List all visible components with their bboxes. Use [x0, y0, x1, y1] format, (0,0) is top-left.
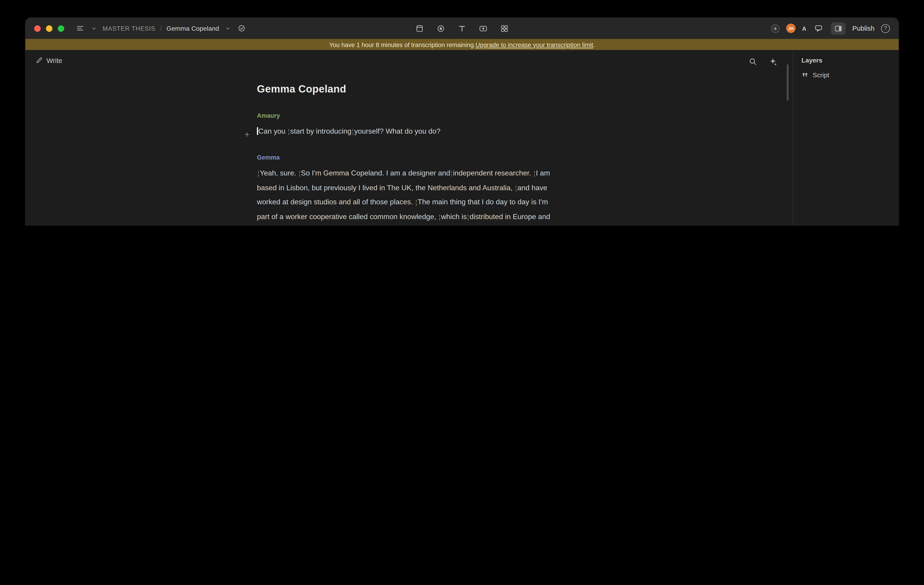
publish-button[interactable]: Publish: [852, 25, 874, 32]
paragraph-text[interactable]: Can you ¦start by introducing¦yourself? …: [257, 124, 561, 139]
user-avatar[interactable]: JH: [786, 24, 795, 33]
invite-button[interactable]: +: [771, 24, 780, 33]
screen-capture-icon[interactable]: [478, 23, 489, 34]
speaker-label[interactable]: Amaury: [257, 112, 561, 119]
toolbar-center: [414, 23, 510, 34]
quote-icon: [802, 71, 808, 78]
zoom-window-button[interactable]: [58, 25, 64, 31]
desktop: MASTER THESIS / Gemma Copeland: [0, 0, 924, 226]
comments-icon[interactable]: [813, 22, 825, 34]
banner-suffix: .: [593, 41, 595, 48]
titlebar: MASTER THESIS / Gemma Copeland: [25, 18, 899, 39]
collaborator-avatar[interactable]: A: [802, 25, 807, 31]
document-body: Amaury+Can you ¦start by introducing¦you…: [257, 112, 561, 226]
add-block-button[interactable]: +: [245, 130, 249, 138]
close-window-button[interactable]: [34, 25, 41, 31]
transcript-paragraph: Gemma¦Yeah, sure. ¦So I'm Gemma Copeland…: [257, 154, 561, 226]
breadcrumb-project[interactable]: MASTER THESIS: [102, 25, 155, 32]
traffic-lights: [34, 25, 64, 31]
document-title: Gemma Copeland: [257, 83, 561, 95]
layer-item-script[interactable]: Script: [802, 71, 890, 78]
banner-text: You have 1 hour 8 minutes of transcripti…: [329, 41, 476, 48]
ai-sparkle-icon[interactable]: [767, 56, 779, 67]
text-caret: [257, 127, 258, 135]
layer-item-label: Script: [813, 71, 829, 78]
search-icon[interactable]: [747, 56, 759, 67]
paragraph-text[interactable]: ¦Yeah, sure. ¦So I'm Gemma Copeland. I a…: [257, 166, 561, 226]
pencil-icon: [35, 57, 43, 64]
document: Gemma Copeland Amaury+Can you ¦start by …: [257, 50, 561, 226]
layers-title: Layers: [802, 57, 890, 64]
right-panel-toggle[interactable]: [831, 22, 846, 34]
document-chevron-down-icon[interactable]: [224, 25, 231, 32]
scenes-icon[interactable]: [414, 23, 425, 34]
write-button[interactable]: Write: [35, 57, 62, 64]
scrollbar-thumb[interactable]: [787, 64, 789, 101]
write-label: Write: [46, 57, 62, 64]
app-window: MASTER THESIS / Gemma Copeland: [25, 18, 899, 226]
main-area: Write Gemma Copeland Amaury+Can you ¦sta…: [25, 50, 899, 226]
text-icon[interactable]: [457, 23, 468, 34]
editor-pane: Write Gemma Copeland Amaury+Can you ¦sta…: [25, 50, 793, 226]
record-icon[interactable]: [435, 23, 446, 34]
upgrade-link[interactable]: Upgrade to increase your transcription l…: [475, 41, 593, 48]
sync-check-icon: [236, 23, 247, 34]
minimize-window-button[interactable]: [46, 25, 53, 31]
transcript-paragraph: Amaury+Can you ¦start by introducing¦you…: [257, 112, 561, 139]
transcription-banner: You have 1 hour 8 minutes of transcripti…: [25, 39, 899, 50]
breadcrumb-separator: /: [160, 25, 162, 32]
chevron-down-icon[interactable]: [90, 25, 98, 32]
project-menu-icon[interactable]: [75, 23, 86, 34]
breadcrumb-document[interactable]: Gemma Copeland: [167, 25, 219, 32]
help-button[interactable]: ?: [881, 24, 890, 33]
layers-panel: Layers Script: [793, 50, 899, 226]
editor-top-icons: [747, 56, 779, 67]
toolbar-right: + JH A Publish ?: [771, 22, 890, 34]
speaker-label[interactable]: Gemma: [257, 154, 561, 161]
templates-icon[interactable]: [499, 23, 510, 34]
